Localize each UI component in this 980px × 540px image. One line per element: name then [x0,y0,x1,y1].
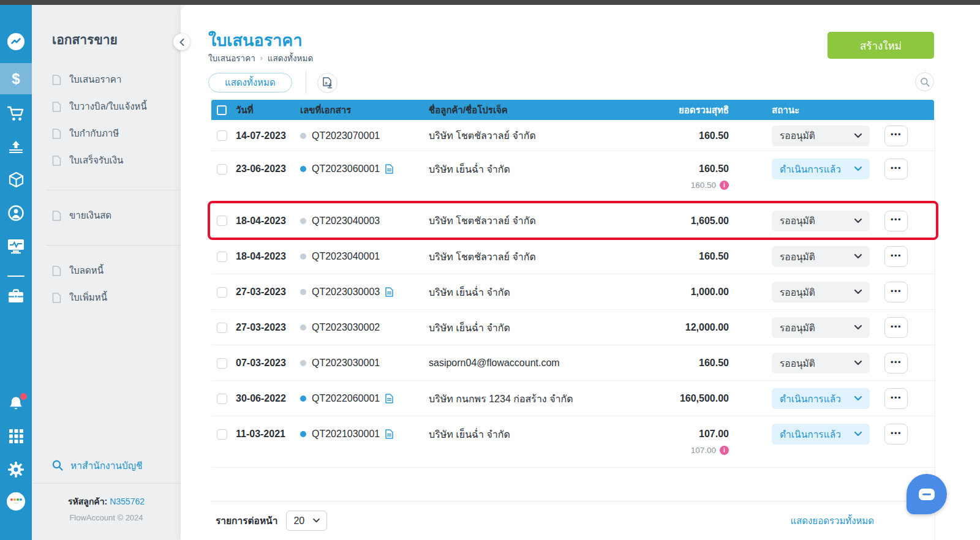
table-search-button[interactable] [915,72,934,91]
row-checkbox[interactable] [217,252,227,262]
excel-download-icon: x [322,77,333,89]
table-row[interactable]: 30-06-2022 QT2022060001 บริษัท กนกพร 123… [211,381,934,416]
row-actions-button[interactable]: ••• [884,159,908,179]
row-actions-button[interactable]: ••• [884,282,908,302]
breadcrumb-root[interactable]: ใบเสนอราคา [208,51,255,65]
row-actions-button[interactable]: ••• [884,246,908,267]
status-dropdown[interactable]: รออนุมัติ [772,282,870,302]
info-icon[interactable]: i [720,446,729,455]
select-all-checkbox[interactable] [217,105,227,115]
customer-code-label: รหัสลูกค้า: [68,497,107,506]
table-body: 14-07-2023 QT2023070001 บริษัท โชตชัลวาล… [211,120,934,468]
rail-item-buy[interactable] [0,103,32,124]
row-checkbox[interactable] [217,216,227,226]
status-dropdown[interactable]: รออนุมัติ [772,317,870,338]
find-accounting-firm-label: หาสำนักงานบัญชี [70,458,143,473]
rail-item-notifications[interactable] [0,393,32,414]
row-actions-button[interactable]: ••• [884,424,908,444]
row-doc-no[interactable]: QT2023030001 [312,358,380,369]
row-checkbox[interactable] [217,323,227,333]
table-row[interactable]: 07-03-2023 QT2023030001 sasiporn04@flowa… [211,345,934,381]
sidebar-item-credit-note[interactable]: ใบลดหนี้ [32,257,181,284]
rail-item-profile[interactable]: ▿▿▿ [0,490,32,512]
status-label: รออนุมัติ [780,356,815,371]
sidebar-item-debit-note[interactable]: ใบเพิ่มหนี้ [32,284,181,311]
sidebar-collapse-button[interactable] [173,34,190,50]
status-dropdown[interactable]: ดำเนินการแล้ว [772,388,870,409]
row-date: 30-06-2022 [236,381,300,416]
per-page-value: 20 [293,516,304,527]
sidebar-item-billing-note[interactable]: ใบวางบิล/ใบแจ้งหนี้ [32,93,181,120]
row-checkbox[interactable] [217,287,227,298]
status-dot [300,431,306,437]
table-row[interactable]: 27-03-2023 QT2023030002 บริษัท เย็นฉ่ำ จ… [211,310,934,345]
row-date: 18-04-2023 [236,203,300,239]
flowaccount-logo-icon [7,33,24,50]
sub-amount: 107.00 i [691,446,729,455]
status-dropdown[interactable]: ดำเนินการแล้ว [772,159,870,179]
row-doc-no[interactable]: QT2023040001 [312,251,380,262]
table-row[interactable]: 23-06-2023 QT2023060001 บริษัท เย็นฉ่ำ จ… [211,151,934,203]
rail-item-reports[interactable] [0,236,32,257]
export-excel-button[interactable]: x [317,73,337,93]
row-amount: 160.50 [699,120,729,151]
rail-divider [7,276,24,277]
per-page-select[interactable]: 20 [286,511,327,531]
row-date: 27-03-2023 [236,274,300,310]
rail-item-products[interactable] [0,169,32,190]
filter-show-all-pill[interactable]: แสดงทั้งหมด [208,73,292,92]
rail-item-apps[interactable] [0,426,32,446]
row-actions-button[interactable]: ••• [884,388,908,409]
row-checkbox[interactable] [217,429,227,440]
row-doc-no[interactable]: QT2023070001 [312,130,380,141]
row-doc-no[interactable]: QT2023030003 [312,287,380,298]
status-dropdown[interactable]: รออนุมัติ [772,211,870,231]
status-dropdown[interactable]: ดำเนินการแล้ว [772,424,870,444]
customer-code-value[interactable]: N355762 [110,497,145,506]
sidebar-item-quotation[interactable]: ใบเสนอราคา [32,66,181,93]
monitor-pulse-icon [7,238,25,254]
row-doc-no[interactable]: QT2023030002 [312,322,380,333]
chevron-down-icon [854,254,862,259]
sidebar-item-tax-invoice[interactable]: ใบกำกับภาษี [32,120,181,147]
status-dot [300,396,306,402]
row-actions-button[interactable]: ••• [884,353,908,373]
chat-support-button[interactable] [907,474,947,514]
row-doc-no[interactable]: QT2023040003 [312,216,380,227]
row-doc-no[interactable]: QT2022060001 [312,393,380,404]
row-actions-button[interactable]: ••• [884,317,908,338]
sidebar-item-cash-sale[interactable]: ขายเงินสด [32,202,181,229]
sidebar-divider [46,245,181,246]
rail-item-expenses[interactable] [0,137,32,158]
show-total-link[interactable]: แสดงยอดรวมทั้งหมด [790,514,874,528]
row-doc-no[interactable]: QT2021030001 [312,429,380,440]
row-checkbox[interactable] [217,358,227,369]
table-row[interactable]: 14-07-2023 QT2023070001 บริษัท โชตชัลวาล… [211,120,934,151]
status-dropdown[interactable]: รออนุมัติ [772,353,870,373]
rail-item-payroll[interactable] [0,285,32,306]
rail-item-home[interactable] [0,28,32,55]
status-dropdown[interactable]: รออนุมัติ [772,126,870,146]
sidebar-item-label: ใบลดหนี้ [69,263,104,278]
row-checkbox[interactable] [217,130,227,141]
info-icon[interactable]: i [720,181,729,190]
table-row[interactable]: 18-04-2023 QT2023040001 บริษัท โชตชัลวาล… [211,239,934,274]
document-icon [52,156,61,166]
find-accounting-firm-link[interactable]: หาสำนักงานบัญชี [52,455,143,476]
sidebar-item-receipt[interactable]: ใบเสร็จรับเงิน [32,147,181,174]
row-checkbox[interactable] [217,394,227,404]
rail-item-sell[interactable]: $ [0,63,32,94]
table-row[interactable]: 18-04-2023 QT2023040003 บริษัท โชตชัลวาล… [211,203,934,239]
rail-item-contacts[interactable] [0,203,32,223]
row-actions-button[interactable]: ••• [884,211,908,231]
row-checkbox[interactable] [217,164,227,174]
table-row[interactable]: 11-03-2021 QT2021030001 บริษัท เย็นฉ่ำ จ… [211,416,934,468]
status-dropdown[interactable]: รออนุมัติ [772,246,870,267]
row-doc-no[interactable]: QT2023060001 [312,163,380,174]
status-label: รออนุมัติ [780,213,815,228]
rail-item-settings[interactable] [0,459,32,480]
row-actions-button[interactable]: ••• [884,126,908,146]
table-row[interactable]: 27-03-2023 QT2023030003 บริษัท เย็นฉ่ำ จ… [211,274,934,310]
create-new-button[interactable]: สร้างใหม่ [827,32,934,59]
package-box-icon [8,171,24,188]
